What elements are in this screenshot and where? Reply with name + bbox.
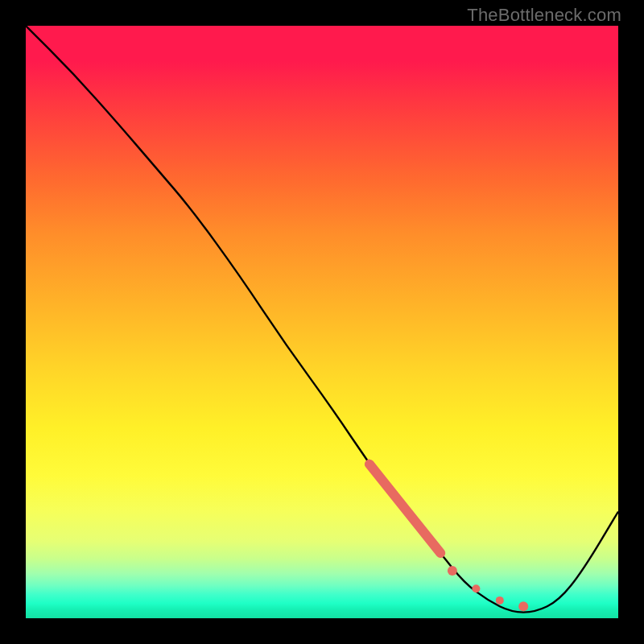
dotted-point bbox=[472, 584, 480, 592]
chart-frame: TheBottleneck.com bbox=[0, 0, 644, 644]
dotted-point bbox=[496, 597, 504, 605]
bottleneck-curve bbox=[26, 26, 618, 613]
highlight-segment bbox=[369, 464, 440, 553]
chart-svg bbox=[26, 26, 618, 618]
plot-area bbox=[26, 26, 618, 618]
dotted-optimal-zone bbox=[448, 566, 528, 611]
watermark-text: TheBottleneck.com bbox=[467, 5, 621, 26]
dotted-point bbox=[448, 566, 457, 576]
dotted-point bbox=[518, 601, 528, 611]
